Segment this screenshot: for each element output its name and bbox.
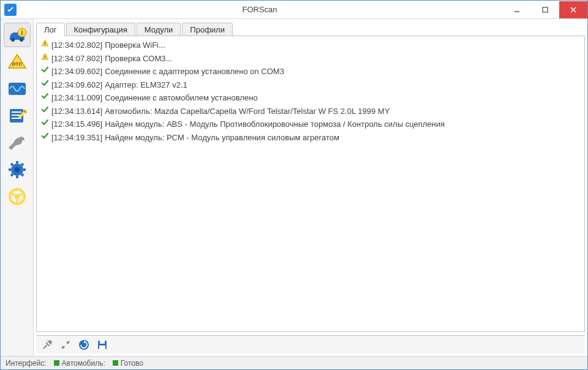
log-text: Найден модуль: ABS - Модуль Противоблоки… <box>105 118 445 130</box>
sidebar-checklist[interactable] <box>4 104 31 128</box>
svg-point-35 <box>62 346 64 349</box>
svg-rect-10 <box>9 83 26 95</box>
check-icon <box>40 79 49 87</box>
tab-config[interactable]: Конфигурация <box>66 23 135 36</box>
statusbar: Интерфейс: Автомобиль: Готово <box>1 356 587 369</box>
log-line: [12:34:02.802] Проверка WiFi... <box>40 39 581 52</box>
save-button[interactable] <box>95 338 110 352</box>
log-timestamp: [12:34:07.802] <box>51 53 102 65</box>
svg-rect-40 <box>99 345 105 349</box>
log-timestamp: [12:34:09.602] <box>51 66 102 78</box>
tabs-bar: Лог Конфигурация Модули Профили <box>34 23 587 36</box>
warning-icon <box>40 53 49 61</box>
maximize-button[interactable] <box>531 1 559 18</box>
svg-line-21 <box>11 164 13 165</box>
log-line: [12:34:09.602] Адаптер: ELM327 v2.1 <box>40 78 581 92</box>
tab-modules[interactable]: Модули <box>137 23 181 36</box>
svg-rect-39 <box>100 341 105 344</box>
minimize-button[interactable] <box>503 1 531 18</box>
svg-point-33 <box>44 58 45 59</box>
log-timestamp: [12:34:13.614] <box>51 105 102 118</box>
log-text: Соединение с автомобилем установлено <box>105 92 257 104</box>
warning-icon <box>40 39 49 47</box>
log-area: [12:34:02.802] Проверка WiFi...[12:34:07… <box>36 36 585 332</box>
log-text: Адаптер: ELM327 v2.1 <box>105 79 187 91</box>
bottom-toolbar <box>36 335 585 353</box>
status-vehicle-label: Автомобиль: <box>62 359 105 368</box>
log-line: [12:34:09.602] Соединение с адаптером ус… <box>40 65 581 78</box>
sidebar-steering-wheel[interactable] <box>4 184 31 209</box>
svg-rect-2 <box>543 7 548 12</box>
log-text: Проверка COM3... <box>105 53 172 65</box>
svg-line-22 <box>21 174 23 176</box>
log-line: [12:34:19.351] Найден модуль: PCM - Моду… <box>40 131 581 145</box>
tab-profiles[interactable]: Профили <box>182 23 233 36</box>
log-timestamp: [12:34:09.602] <box>51 79 102 91</box>
svg-point-31 <box>44 45 45 46</box>
svg-text:DTC: DTC <box>12 61 22 67</box>
status-ready-indicator <box>113 360 118 366</box>
check-icon <box>40 92 49 100</box>
app-icon <box>4 4 17 16</box>
svg-point-36 <box>67 341 69 344</box>
status-interface-label: Интерфейс: <box>6 359 47 368</box>
close-button[interactable] <box>559 1 587 18</box>
check-icon <box>40 66 49 74</box>
check-icon <box>40 132 49 140</box>
connect-button[interactable] <box>40 338 55 352</box>
log-timestamp: [12:34:02.802] <box>51 39 102 51</box>
sidebar-car-info[interactable]: i <box>4 23 31 47</box>
status-ready-label: Готово <box>121 359 143 368</box>
window-title: FORScan <box>17 5 503 14</box>
log-line: [12:34:15.496] Найден модуль: ABS - Моду… <box>40 118 581 131</box>
svg-point-5 <box>11 38 15 42</box>
log-timestamp: [12:34:15.496] <box>51 118 102 130</box>
log-line: [12:34:13.614] Автомобиль: Mazda Capella… <box>40 105 581 118</box>
svg-point-6 <box>20 38 23 42</box>
sidebar-wrench[interactable] <box>4 130 31 155</box>
sidebar: i DTC <box>1 19 34 356</box>
svg-point-16 <box>15 167 20 172</box>
log-timestamp: [12:34:19.351] <box>51 132 102 144</box>
titlebar: FORScan <box>1 1 587 19</box>
disconnect-button[interactable] <box>58 338 73 352</box>
sidebar-oscilloscope[interactable] <box>4 77 31 101</box>
sidebar-dtc[interactable]: DTC <box>4 50 31 74</box>
check-icon <box>40 105 49 113</box>
status-vehicle-indicator <box>54 360 59 366</box>
tab-log[interactable]: Лог <box>36 23 65 36</box>
svg-point-34 <box>49 340 52 343</box>
svg-rect-12 <box>12 111 21 113</box>
log-text: Проверка WiFi... <box>105 39 165 51</box>
refresh-button[interactable] <box>77 338 91 352</box>
check-icon <box>40 118 49 126</box>
log-text: Автомобиль: Mazda Capella/Capella W/Ford… <box>105 105 390 118</box>
svg-text:i: i <box>21 29 23 36</box>
log-timestamp: [12:34:11.009] <box>51 92 102 104</box>
sidebar-gear[interactable] <box>4 157 31 182</box>
svg-line-23 <box>21 164 23 165</box>
log-text: Соединение с адаптером установлено on CO… <box>105 66 284 78</box>
log-line: [12:34:11.009] Соединение с автомобилем … <box>40 91 581 105</box>
svg-line-24 <box>11 174 13 176</box>
log-line: [12:34:07.802] Проверка COM3... <box>40 52 581 66</box>
log-text: Найден модуль: PCM - Модуль управления с… <box>105 132 339 144</box>
